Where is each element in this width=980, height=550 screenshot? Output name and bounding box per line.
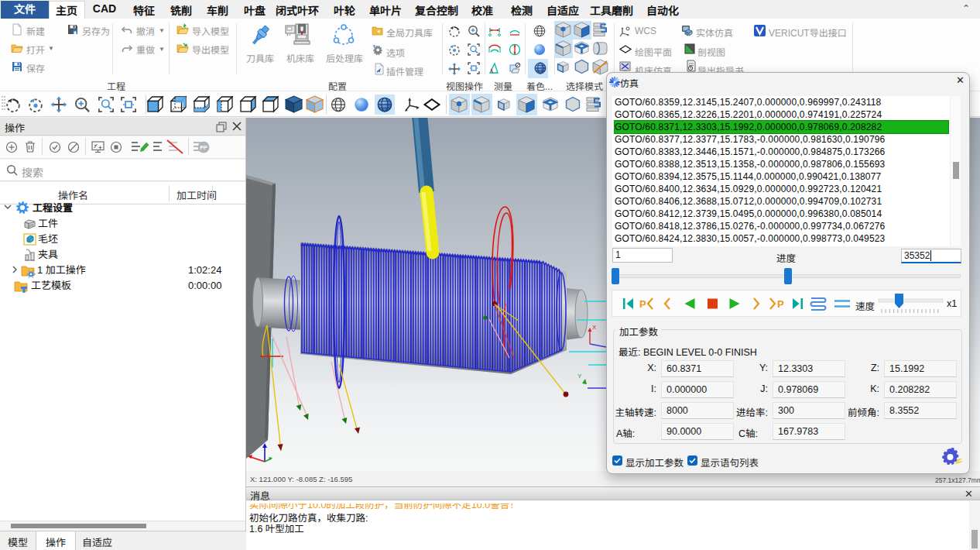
svg-text:1:02:24: 1:02:24 [188,264,221,276]
svg-text:夹具: 夹具 [38,249,58,260]
svg-text:PP: PP [200,145,207,150]
svg-text:毛坯: 毛坯 [38,233,58,245]
svg-text:Y: Y [577,373,582,380]
svg-text:1 加工操作: 1 加工操作 [37,264,86,276]
svg-text:X: X [592,324,597,331]
svg-text:P: P [639,298,646,310]
svg-text:工艺模板: 工艺模板 [31,280,71,291]
svg-text:工件: 工件 [38,218,58,229]
svg-text:0:00:00: 0:00:00 [188,280,221,291]
svg-text:P: P [777,298,784,310]
svg-text:工程设置: 工程设置 [33,202,73,214]
